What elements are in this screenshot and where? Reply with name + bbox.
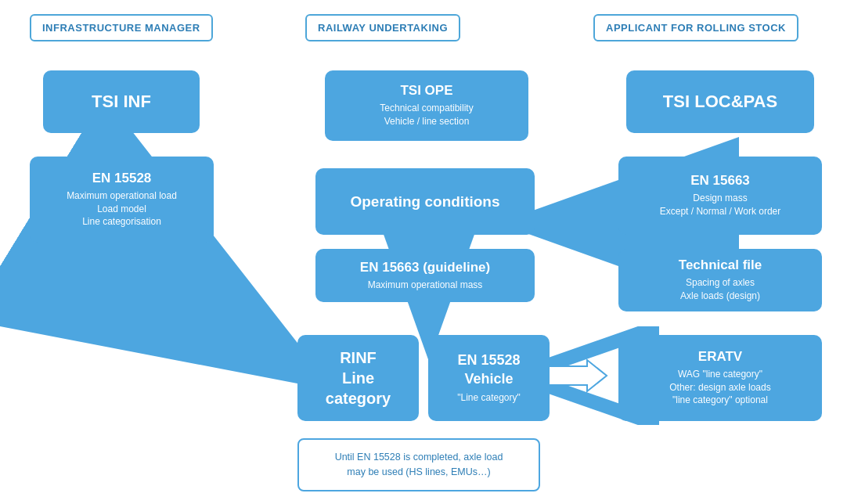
- operating-conditions-title: Operating conditions: [350, 193, 499, 211]
- eratv-box: ERATV WAG "line category"Other: design a…: [618, 335, 822, 421]
- tsi-locpas-box: TSI LOC&PAS: [626, 70, 814, 133]
- en15528-left-box: EN 15528 Maximum operational loadLoad mo…: [30, 157, 214, 243]
- eratv-title: ERATV: [698, 349, 742, 365]
- operating-conditions-box: Operating conditions: [315, 168, 535, 235]
- en15663-guideline-box: EN 15663 (guideline) Maximum operational…: [315, 249, 535, 302]
- en15663-guideline-title: EN 15663 (guideline): [360, 260, 490, 275]
- tsi-ope-box: TSI OPE Technical compatibilityVehicle /…: [325, 70, 528, 141]
- en15663-guideline-subtitle: Maximum operational mass: [368, 279, 483, 292]
- en15528-vehicle-title: EN 15528Vehicle: [457, 351, 520, 388]
- en15663-right-subtitle: Design massExcept / Normal / Work order: [660, 192, 781, 218]
- tsi-ope-title: TSI OPE: [400, 83, 452, 99]
- rinf-box: RINFLinecategory: [297, 335, 419, 421]
- note-text: Until EN 15528 is completed, axle loadma…: [335, 450, 503, 480]
- tsi-inf-title: TSI INF: [92, 92, 151, 112]
- note-box: Until EN 15528 is completed, axle loadma…: [297, 438, 540, 491]
- tsi-inf-box: TSI INF: [43, 70, 200, 133]
- header-applicant: APPLICANT FOR ROLLING STOCK: [593, 14, 798, 41]
- eratv-subtitle: WAG "line category"Other: design axle lo…: [669, 368, 770, 407]
- technical-file-box: Technical file Spacing of axlesAxle load…: [618, 249, 822, 311]
- en15663-right-title: EN 15663: [690, 173, 750, 189]
- en15528-vehicle-box: EN 15528Vehicle "Line category": [428, 335, 550, 421]
- en15528-vehicle-subtitle: "Line category": [457, 391, 521, 405]
- header-infrastructure: INFRASTRUCTURE MANAGER: [30, 14, 213, 41]
- header-railway: RAILWAY UNDERTAKING: [305, 14, 460, 41]
- technical-file-title: Technical file: [679, 257, 762, 273]
- diagram: INFRASTRUCTURE MANAGER RAILWAY UNDERTAKI…: [0, 0, 847, 504]
- en15663-right-box: EN 15663 Design massExcept / Normal / Wo…: [618, 157, 822, 235]
- rinf-title: RINFLinecategory: [326, 347, 391, 409]
- technical-file-subtitle: Spacing of axlesAxle loads (design): [680, 276, 760, 303]
- en15528-left-title: EN 15528: [92, 171, 152, 186]
- en15528-left-subtitle: Maximum operational loadLoad modelLine c…: [67, 189, 177, 229]
- tsi-ope-subtitle: Technical compatibilityVehicle / line se…: [380, 102, 473, 128]
- tsi-locpas-title: TSI LOC&PAS: [663, 92, 777, 112]
